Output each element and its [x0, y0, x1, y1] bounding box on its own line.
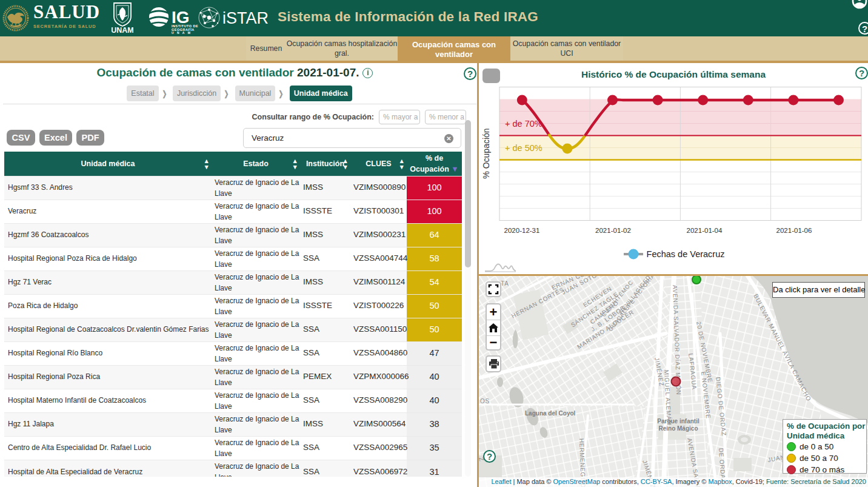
svg-text:+ de 70%: + de 70% [505, 119, 542, 129]
svg-text:Laguna del Coyol: Laguna del Coyol [525, 410, 576, 417]
svg-text:% Ocupación: % Ocupación [481, 128, 491, 178]
svg-text:2021-01-04: 2021-01-04 [687, 227, 723, 234]
svg-text:2021-01-06: 2021-01-06 [776, 227, 812, 234]
svg-text:OS: OS [480, 398, 490, 405]
svg-text:2021-01-02: 2021-01-02 [595, 227, 631, 234]
svg-text:U N A M: U N A M [172, 31, 192, 34]
svg-text:UNAM: UNAM [112, 26, 133, 33]
svg-text:Parque infantil: Parque infantil [657, 418, 699, 425]
svg-text:TA: TA [501, 280, 509, 287]
svg-text:iSTAR: iSTAR [222, 9, 269, 27]
svg-text:+ de 50%: + de 50% [505, 143, 542, 153]
svg-text:2020-12-31: 2020-12-31 [504, 227, 540, 234]
svg-text:Reino Mágico: Reino Mágico [658, 425, 698, 432]
